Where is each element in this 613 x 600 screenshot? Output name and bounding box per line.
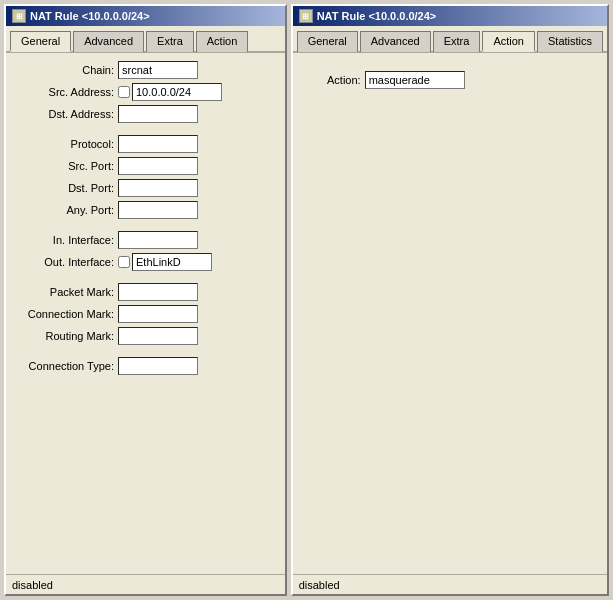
any-port-label: Any. Port: <box>14 204 114 216</box>
tab-general-w1[interactable]: General <box>10 31 71 52</box>
any-port-row: Any. Port: <box>14 201 277 219</box>
window2-titlebar: ⊞ NAT Rule <10.0.0.0/24> <box>293 6 607 26</box>
chain-label: Chain: <box>14 64 114 76</box>
window1-tabs: General Advanced Extra Action <box>6 26 285 53</box>
out-interface-checkbox[interactable] <box>118 256 130 268</box>
src-address-row: Src. Address: <box>14 83 277 101</box>
dst-port-row: Dst. Port: <box>14 179 277 197</box>
tab-action-w1[interactable]: Action <box>196 31 249 52</box>
dst-port-label: Dst. Port: <box>14 182 114 194</box>
window2-statusbar: disabled <box>293 574 607 594</box>
connection-type-row: Connection Type: <box>14 357 277 375</box>
tab-extra-w1[interactable]: Extra <box>146 31 194 52</box>
tab-statistics-w2[interactable]: Statistics <box>537 31 603 52</box>
routing-mark-label: Routing Mark: <box>14 330 114 342</box>
dst-address-label: Dst. Address: <box>14 108 114 120</box>
action-label: Action: <box>301 74 361 86</box>
dst-port-input[interactable] <box>118 179 198 197</box>
src-port-label: Src. Port: <box>14 160 114 172</box>
out-interface-label: Out. Interface: <box>14 256 114 268</box>
window2-tabs: General Advanced Extra Action Statistics <box>293 26 607 53</box>
src-address-checkbox[interactable] <box>118 86 130 98</box>
window1-titlebar: ⊞ NAT Rule <10.0.0.0/24> <box>6 6 285 26</box>
src-port-input[interactable] <box>118 157 198 175</box>
protocol-label: Protocol: <box>14 138 114 150</box>
connection-type-input[interactable] <box>118 357 198 375</box>
action-row: Action: <box>301 71 599 89</box>
packet-mark-label: Packet Mark: <box>14 286 114 298</box>
connection-mark-input[interactable] <box>118 305 198 323</box>
tab-general-w2[interactable]: General <box>297 31 358 52</box>
packet-mark-input[interactable] <box>118 283 198 301</box>
src-port-row: Src. Port: <box>14 157 277 175</box>
out-interface-row: Out. Interface: <box>14 253 277 271</box>
connection-mark-label: Connection Mark: <box>14 308 114 320</box>
window1-statusbar: disabled <box>6 574 285 594</box>
window2-content: Action: <box>293 53 607 574</box>
connection-type-label: Connection Type: <box>14 360 114 372</box>
window1-title: NAT Rule <10.0.0.0/24> <box>30 10 150 22</box>
in-interface-label: In. Interface: <box>14 234 114 246</box>
tab-advanced-w1[interactable]: Advanced <box>73 31 144 52</box>
window1-content: Chain: Src. Address: Dst. Address: Proto… <box>6 53 285 574</box>
dst-address-input[interactable] <box>118 105 198 123</box>
window2-title: NAT Rule <10.0.0.0/24> <box>317 10 437 22</box>
tab-extra-w2[interactable]: Extra <box>433 31 481 52</box>
out-interface-input[interactable] <box>132 253 212 271</box>
tab-action-w2[interactable]: Action <box>482 31 535 52</box>
src-address-label: Src. Address: <box>14 86 114 98</box>
tab-advanced-w2[interactable]: Advanced <box>360 31 431 52</box>
packet-mark-row: Packet Mark: <box>14 283 277 301</box>
window2-icon: ⊞ <box>299 9 313 23</box>
action-input[interactable] <box>365 71 465 89</box>
window2: ⊞ NAT Rule <10.0.0.0/24> General Advance… <box>291 4 609 596</box>
window1: ⊞ NAT Rule <10.0.0.0/24> General Advance… <box>4 4 287 596</box>
dst-address-row: Dst. Address: <box>14 105 277 123</box>
in-interface-row: In. Interface: <box>14 231 277 249</box>
window1-icon: ⊞ <box>12 9 26 23</box>
any-port-input[interactable] <box>118 201 198 219</box>
chain-input[interactable] <box>118 61 198 79</box>
src-address-input[interactable] <box>132 83 222 101</box>
routing-mark-row: Routing Mark: <box>14 327 277 345</box>
protocol-input[interactable] <box>118 135 198 153</box>
protocol-row: Protocol: <box>14 135 277 153</box>
in-interface-input[interactable] <box>118 231 198 249</box>
connection-mark-row: Connection Mark: <box>14 305 277 323</box>
routing-mark-input[interactable] <box>118 327 198 345</box>
chain-row: Chain: <box>14 61 277 79</box>
